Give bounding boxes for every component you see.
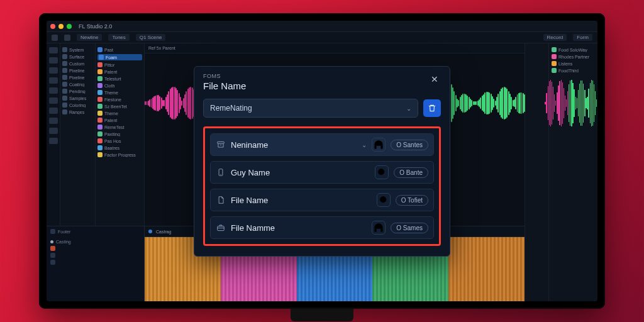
mixer-header: Footer	[58, 230, 70, 234]
search-button[interactable]	[375, 165, 389, 179]
timeline-label: Castrag	[156, 230, 172, 234]
app-title: FL Studio 2.0	[79, 23, 112, 30]
rail-icon[interactable]	[49, 128, 58, 134]
browser-item[interactable]: Theme	[97, 111, 142, 116]
dialog-title: File Name	[203, 80, 246, 91]
breadcrumb[interactable]: Tones	[108, 34, 129, 41]
leftnav-item[interactable]: Pixeline	[62, 75, 93, 80]
rail-icon[interactable]	[49, 138, 58, 144]
leftnav-item[interactable]: Surface	[62, 54, 93, 59]
browser-item[interactable]: Paxiting	[97, 131, 142, 136]
dialog-eyebrow: FOMS	[203, 73, 246, 79]
leftnav-item[interactable]: Pending	[62, 89, 93, 94]
file-row[interactable]: File NammeO Sames	[210, 216, 434, 239]
briefcase-icon	[216, 223, 226, 233]
browser-item[interactable]: Fiestone	[97, 97, 142, 102]
leftnav-item[interactable]: Ranges	[62, 109, 93, 114]
breadcrumb[interactable]: Newline	[77, 34, 102, 41]
svg-rect-1	[375, 146, 377, 149]
phone-icon	[216, 167, 226, 177]
highlighted-list: Neniname⌄O SantesGuy NameO BanteFile Nam…	[203, 126, 441, 246]
breadcrumb[interactable]: Q1 Scene	[136, 34, 166, 41]
titlebar: FL Studio 2.0	[47, 21, 597, 32]
file-name-dialog: FOMS File Name ✕ RemeNating ⌄ Neniname⌄O…	[194, 66, 450, 257]
leftnav-item[interactable]: Pixeline	[62, 68, 93, 73]
browser-item[interactable]: Patent	[97, 69, 142, 74]
svg-point-4	[378, 169, 384, 175]
main-area: SystemSurfaceCustomPixelinePixelineCoati…	[47, 43, 597, 301]
rail-icon[interactable]	[49, 118, 58, 124]
svg-rect-6	[218, 226, 225, 231]
file-row-pill[interactable]: O Bante	[394, 167, 428, 178]
leftnav-item[interactable]: System	[62, 47, 93, 52]
browser-item[interactable]: RemeTest	[97, 125, 142, 130]
tool-button[interactable]	[52, 35, 58, 41]
window-minimize-icon[interactable]	[58, 24, 64, 29]
rename-select[interactable]: RemeNating ⌄	[203, 99, 418, 118]
chevron-down-icon: ⌄	[362, 142, 367, 148]
file-row-label: Neniname	[231, 140, 357, 150]
browser-item[interactable]: Patent	[97, 118, 142, 123]
monitor-frame: FL Studio 2.0 Newline Tones Q1 Scene Rec…	[39, 13, 605, 309]
window-close-icon[interactable]	[50, 24, 55, 29]
rail-icon[interactable]	[49, 97, 58, 104]
svg-rect-0	[218, 142, 225, 143]
file-icon	[216, 195, 226, 205]
toolstrip: Newline Tones Q1 Scene Record Form	[47, 32, 597, 43]
browser-item[interactable]: Sz BeenTet	[97, 104, 142, 109]
file-row-pill[interactable]: O Tofiet	[396, 195, 428, 206]
browser-item[interactable]: Pittor	[97, 62, 142, 67]
file-row-pill[interactable]: O Santes	[391, 140, 428, 150]
rail-icon[interactable]	[49, 47, 58, 53]
tool-button[interactable]	[64, 35, 70, 41]
browser-item[interactable]: Factor Progress	[97, 152, 142, 157]
browser-item[interactable]: Foam	[97, 54, 142, 60]
search-button[interactable]	[377, 193, 391, 207]
top-tab[interactable]: Record	[543, 34, 567, 41]
mixer-track[interactable]: Casting	[56, 240, 71, 244]
browser-item[interactable]: Telesturt	[97, 76, 142, 81]
select-value: RemeNating	[210, 104, 252, 113]
leftnav-item[interactable]: Coloring	[62, 103, 93, 108]
browser-item[interactable]: Pas Hos	[97, 138, 142, 143]
file-row-label: Guy Name	[231, 168, 370, 177]
leftnav-item[interactable]: Samples	[62, 96, 93, 101]
rail-icon[interactable]	[49, 87, 58, 94]
headphones-button[interactable]	[372, 221, 386, 235]
svg-rect-8	[381, 229, 383, 232]
browser-item[interactable]: Baatres	[97, 145, 142, 150]
rail-icon[interactable]	[49, 108, 58, 114]
file-row-label: File Name	[231, 196, 372, 205]
file-row[interactable]: File NameO Tofiet	[210, 189, 434, 211]
record-dot-icon[interactable]	[148, 230, 152, 233]
file-row[interactable]: Neniname⌄O Santes	[210, 133, 434, 156]
browser-item[interactable]: Past	[97, 47, 142, 52]
rail-icon[interactable]	[49, 57, 58, 64]
clip[interactable]	[448, 237, 525, 301]
rail-icon[interactable]	[49, 67, 58, 74]
browser-item[interactable]: Cloth	[97, 83, 142, 88]
close-icon[interactable]: ✕	[428, 73, 441, 86]
file-row-label: File Namme	[231, 223, 367, 233]
archive-icon	[216, 140, 226, 150]
trash-button[interactable]	[423, 99, 441, 117]
window-zoom-icon[interactable]	[67, 24, 72, 29]
rail-icon[interactable]	[49, 77, 58, 84]
svg-rect-2	[381, 146, 383, 149]
leftnav-item[interactable]: Coating	[62, 82, 93, 87]
top-tab[interactable]: Form	[573, 34, 592, 41]
meter-panel	[525, 43, 548, 301]
chevron-down-icon: ⌄	[406, 105, 411, 112]
svg-rect-7	[375, 229, 377, 232]
svg-point-5	[380, 196, 386, 203]
leftnav-item[interactable]: Custom	[62, 61, 93, 66]
headphones-button[interactable]	[372, 138, 386, 152]
mixer-panel: Footer Casting	[47, 226, 145, 301]
file-row-pill[interactable]: O Sames	[391, 223, 428, 233]
file-row[interactable]: Guy NameO Bante	[210, 161, 434, 184]
browser-item[interactable]: Theme	[97, 90, 142, 95]
app-window: FL Studio 2.0 Newline Tones Q1 Scene Rec…	[47, 21, 597, 301]
